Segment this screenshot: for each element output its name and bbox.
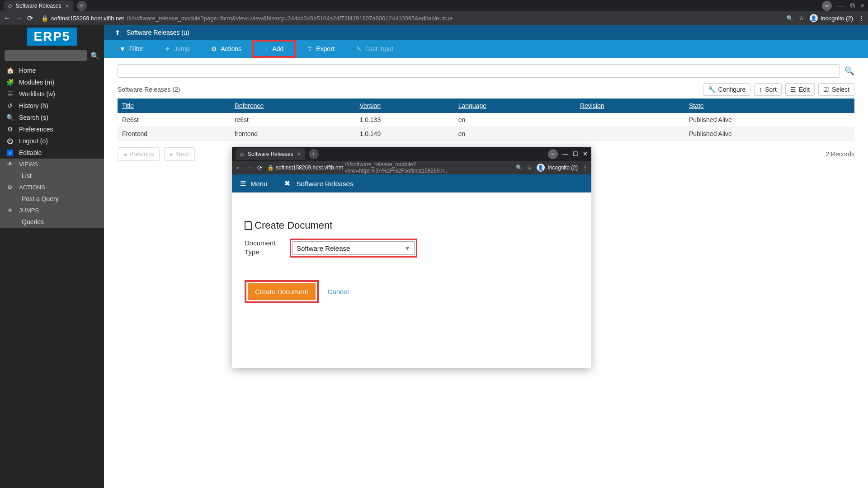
checkbox-checked-icon[interactable]: ✓ bbox=[7, 150, 13, 156]
maximize-icon[interactable]: ☐ bbox=[573, 150, 578, 157]
sort-button[interactable]: ↕Sort bbox=[754, 83, 782, 96]
hamburger-icon: ☰ bbox=[240, 179, 246, 188]
popup-menu-button[interactable]: ☰ Menu bbox=[232, 174, 276, 192]
popup-tab-strip: ◇ Software Releases × + — ☐ ✕ bbox=[232, 147, 591, 161]
sidebar-item-search[interactable]: 🔍Search (s) bbox=[0, 112, 104, 123]
cell-version: 1.0.149 bbox=[355, 127, 453, 141]
doctype-select-highlight: Software Release bbox=[290, 239, 417, 258]
column-header-language[interactable]: Language bbox=[454, 99, 576, 113]
new-tab-button[interactable]: + bbox=[309, 149, 319, 159]
minimize-icon[interactable]: — bbox=[562, 150, 568, 157]
cancel-link[interactable]: Cancel bbox=[328, 288, 349, 296]
gears-icon: ⚙ bbox=[211, 45, 217, 52]
actions-button[interactable]: ⚙Actions bbox=[200, 40, 252, 58]
gears-icon: ⚙ bbox=[6, 184, 14, 191]
reload-icon[interactable]: ⟳ bbox=[257, 164, 263, 171]
forward-icon[interactable]: → bbox=[15, 14, 23, 22]
column-header-reference[interactable]: Reference bbox=[230, 99, 355, 113]
sidebar-subitem-post-query[interactable]: Post a Query bbox=[0, 193, 104, 205]
jump-button[interactable]: ✈Jump bbox=[154, 40, 200, 58]
column-header-revision[interactable]: Revision bbox=[576, 99, 684, 113]
column-header-state[interactable]: State bbox=[684, 99, 854, 113]
search-icon[interactable]: 🔍 bbox=[90, 52, 99, 60]
zoom-icon[interactable]: 🔍 bbox=[786, 15, 793, 22]
up-arrow-icon[interactable]: ⬆ bbox=[115, 29, 120, 36]
reload-icon[interactable]: ⟳ bbox=[27, 14, 33, 23]
select-button[interactable]: ☑Select bbox=[818, 83, 854, 96]
menu-label: Menu bbox=[250, 180, 268, 188]
new-tab-button[interactable]: + bbox=[77, 1, 87, 11]
sidebar-item-label: Queries bbox=[22, 218, 44, 225]
incognito-icon: 👤 bbox=[810, 14, 818, 22]
star-icon[interactable]: ☆ bbox=[799, 15, 804, 22]
filter-button[interactable]: ▼Filter bbox=[108, 40, 154, 58]
popup-heading: Create Document bbox=[245, 220, 579, 231]
chevron-down-icon[interactable] bbox=[548, 149, 558, 159]
main-search-input[interactable] bbox=[118, 64, 840, 78]
back-icon[interactable]: ← bbox=[236, 164, 242, 171]
incognito-icon: 👤 bbox=[537, 164, 545, 172]
section-header-label: JUMPS bbox=[19, 207, 39, 214]
search-icon[interactable]: 🔍 bbox=[844, 66, 854, 76]
sidebar-item-preferences[interactable]: ⚙Preferences bbox=[0, 123, 104, 135]
table-row[interactable]: Frontend frontend 1.0.149 en Published A… bbox=[118, 127, 854, 141]
column-header-version[interactable]: Version bbox=[355, 99, 453, 113]
create-document-button[interactable]: Create Document bbox=[248, 283, 316, 300]
button-label: Jump bbox=[174, 45, 189, 52]
close-window-icon[interactable]: ✕ bbox=[583, 150, 588, 157]
column-header-title[interactable]: Title bbox=[118, 99, 230, 113]
next-button[interactable]: ▸Next bbox=[164, 147, 195, 161]
sidebar-subitem-queries[interactable]: Queries bbox=[0, 216, 104, 228]
logo[interactable]: ERP5 bbox=[27, 28, 76, 46]
export-button[interactable]: ⇪Export bbox=[296, 40, 345, 58]
incognito-badge[interactable]: 👤 Incognito (2) bbox=[537, 164, 578, 172]
close-tab-icon[interactable]: × bbox=[65, 2, 69, 9]
chevron-down-icon[interactable] bbox=[822, 1, 832, 11]
sidebar-subitem-list[interactable]: List bbox=[0, 170, 104, 182]
kebab-menu-icon[interactable]: ⋮ bbox=[859, 15, 864, 22]
forward-icon[interactable]: → bbox=[246, 164, 253, 171]
cell-reference: re6st bbox=[230, 113, 355, 127]
url-bar[interactable]: 🔒 softinst158269.host.vifib.net/#/softwa… bbox=[38, 15, 782, 22]
sidebar-item-modules[interactable]: 🧩Modules (m) bbox=[0, 76, 104, 88]
sidebar-item-editable[interactable]: ✓Editable bbox=[0, 147, 104, 159]
fast-input-button[interactable]: ✎Fast Input bbox=[345, 40, 404, 58]
incognito-badge[interactable]: 👤 Incognito (2) bbox=[810, 14, 853, 22]
sidebar-item-label: List bbox=[22, 172, 32, 179]
cell-language: en bbox=[454, 113, 576, 127]
popup-browser-tab[interactable]: ◇ Software Releases × bbox=[236, 148, 305, 160]
table-row[interactable]: Re6st re6st 1.0.133 en Published Alive bbox=[118, 113, 854, 127]
browser-tab[interactable]: ◇ Software Releases × bbox=[4, 0, 73, 11]
url-host: softinst158269.host.vifib.net bbox=[51, 15, 124, 22]
breadcrumb-label[interactable]: Software Releases (u) bbox=[127, 29, 189, 36]
button-label: Export bbox=[316, 45, 334, 52]
sidebar-item-history[interactable]: ↺History (h) bbox=[0, 100, 104, 112]
star-icon[interactable]: ☆ bbox=[527, 164, 532, 171]
previous-button[interactable]: ◂Previous bbox=[118, 147, 160, 161]
zoom-icon[interactable]: 🔍 bbox=[516, 164, 523, 171]
close-tab-icon[interactable]: × bbox=[297, 150, 301, 158]
kebab-menu-icon[interactable]: ⋮ bbox=[582, 164, 588, 171]
minimize-icon[interactable]: — bbox=[837, 2, 844, 10]
maximize-icon[interactable]: ⧉ bbox=[850, 2, 855, 10]
back-icon[interactable]: ← bbox=[4, 14, 11, 22]
sidebar-search-input[interactable] bbox=[5, 50, 87, 61]
sidebar-item-logout[interactable]: ⏻Logout (o) bbox=[0, 135, 104, 147]
close-window-icon[interactable]: × bbox=[860, 2, 864, 10]
configure-button[interactable]: 🔧Configure bbox=[703, 83, 751, 96]
doctype-select[interactable]: Software Release bbox=[292, 241, 415, 255]
popup-url-bar[interactable]: 🔒 softinst158269.host.vifib.net/#/softwa… bbox=[267, 161, 511, 174]
document-icon bbox=[245, 221, 252, 230]
sidebar-item-worklists[interactable]: ☰Worklists (w) bbox=[0, 88, 104, 100]
sliders-icon: ⚙ bbox=[6, 126, 14, 133]
browser-toolbar: ← → ⟳ 🔒 softinst158269.host.vifib.net/#/… bbox=[0, 11, 868, 25]
button-label: Configure bbox=[718, 86, 746, 93]
add-button[interactable]: +Add bbox=[252, 40, 296, 58]
popup-title: Software Releases bbox=[297, 180, 354, 188]
export-icon: ⇪ bbox=[307, 45, 312, 52]
close-icon[interactable]: ✖ bbox=[284, 179, 290, 188]
pencil-icon: ✎ bbox=[356, 45, 362, 52]
sidebar-item-home[interactable]: 🏠Home bbox=[0, 65, 104, 76]
popup-app-header: ☰ Menu ✖ Software Releases bbox=[232, 174, 591, 192]
edit-button[interactable]: ☰Edit bbox=[785, 83, 815, 96]
